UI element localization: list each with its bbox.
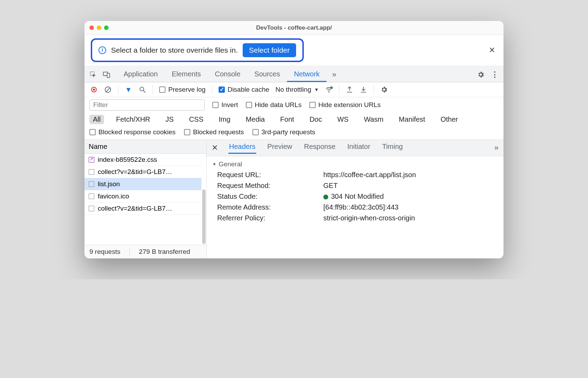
network-settings-icon[interactable] [380,86,388,93]
request-list-header[interactable]: Name [84,140,206,154]
kv-key: Remote Address: [217,203,318,211]
general-kv-list: Request URL:https://coffee-cart.app/list… [212,169,498,224]
infobar-message: Select a folder to store override files … [111,46,238,54]
settings-icon[interactable] [477,71,485,78]
detail-tab-timing[interactable]: Timing [381,142,403,154]
type-img[interactable]: Img [215,115,234,124]
more-tabs-icon[interactable]: » [332,70,336,79]
inspect-icons [89,71,110,78]
scrollbar-thumb[interactable] [202,189,206,244]
hide-data-urls-checkbox[interactable]: Hide data URLs [246,101,302,109]
tab-application[interactable]: Application [117,67,165,82]
general-section-label: General [219,160,242,168]
inspect-element-icon[interactable] [89,71,97,78]
select-folder-button[interactable]: Select folder [243,43,296,57]
devtools-window: DevTools - coffee-cart.app/ i Select a f… [84,21,504,258]
kv-key: Referrer Policy: [217,214,318,222]
svg-point-3 [140,87,144,91]
resource-type-row: All Fetch/XHRJSCSSImgMediaFontDocWSWasmM… [84,113,504,126]
tab-network[interactable]: Network [287,67,326,82]
status-request-count: 9 requests [89,248,120,256]
css-file-icon [89,157,94,162]
chevron-down-icon: ▼ [212,162,216,167]
more-detail-tabs-icon[interactable]: » [494,143,499,152]
preserve-log-label: Preserve log [168,86,206,93]
blocked-filters-row: Blocked response cookies Blocked request… [84,126,504,140]
tab-sources[interactable]: Sources [248,67,287,82]
request-row[interactable]: collect?v=2&tid=G-LB7… [84,203,201,215]
kebab-menu-icon[interactable]: ⋮ [491,71,499,78]
type-doc[interactable]: Doc [306,115,325,124]
type-media[interactable]: Media [242,115,268,124]
svg-point-5 [329,92,330,93]
titlebar: DevTools - coffee-cart.app/ [84,21,504,35]
preserve-log-checkbox[interactable]: Preserve log [159,86,206,93]
record-icon[interactable] [90,86,98,93]
invert-checkbox[interactable]: Invert [212,101,238,109]
clear-icon[interactable] [104,86,112,93]
kv-key: Request Method: [217,182,318,190]
type-css[interactable]: CSS [185,115,207,124]
kv-row: Request Method:GET [212,180,498,191]
type-ws[interactable]: WS [334,115,352,124]
type-fetchxhr[interactable]: Fetch/XHR [112,115,154,124]
type-other[interactable]: Other [437,115,462,124]
throttling-select[interactable]: No throttling ▼ [275,86,319,93]
hide-extension-urls-label: Hide extension URLs [318,101,381,109]
detail-tab-initiator[interactable]: Initiator [347,142,371,154]
general-section-toggle[interactable]: ▼ General [212,159,498,169]
kv-key: Status Code: [217,192,318,201]
request-name: favicon.ico [98,192,129,200]
kv-value: [64:ff9b::4b02:3c05]:443 [323,203,498,211]
status-dot-icon [323,195,328,199]
filter-bar: Invert Hide data URLs Hide extension URL… [84,97,504,113]
tab-elements[interactable]: Elements [165,67,208,82]
tab-console[interactable]: Console [208,67,247,82]
blocked-cookies-checkbox[interactable]: Blocked response cookies [89,128,176,136]
request-row[interactable]: index-b859522e.css [84,154,201,166]
kv-row: Request URL:https://coffee-cart.app/list… [212,169,498,180]
status-transferred: 279 B transferred [139,248,190,256]
detail-tab-headers[interactable]: Headers [228,142,256,154]
network-conditions-icon[interactable] [325,86,333,93]
kv-value: strict-origin-when-cross-origin [323,214,498,222]
request-row[interactable]: list.json [84,178,201,190]
network-content: Name index-b859522e.csscollect?v=2&tid=G… [84,140,504,258]
request-name: index-b859522e.css [98,156,157,164]
disable-cache-checkbox[interactable]: Disable cache [219,86,269,93]
request-list-pane: Name index-b859522e.csscollect?v=2&tid=G… [84,140,207,258]
detail-close-icon[interactable]: ✕ [212,143,218,152]
type-all[interactable]: All [89,115,104,124]
request-name: list.json [98,180,120,188]
kv-row: Remote Address:[64:ff9b::4b02:3c05]:443 [212,202,498,213]
type-font[interactable]: Font [277,115,297,124]
svg-rect-2 [107,73,110,77]
filter-icon[interactable]: ▼ [125,86,132,93]
detail-tab-preview[interactable]: Preview [267,142,293,154]
type-wasm[interactable]: Wasm [360,115,387,124]
info-icon: i [98,46,106,54]
invert-label: Invert [221,101,238,109]
type-manifest[interactable]: Manifest [395,115,429,124]
request-row[interactable]: collect?v=2&tid=G-LB7… [84,166,201,178]
import-har-icon[interactable] [360,86,367,93]
hide-data-urls-label: Hide data URLs [255,101,302,109]
doc-file-icon [89,169,94,175]
request-list: index-b859522e.csscollect?v=2&tid=G-LB7…… [84,154,201,245]
blocked-requests-checkbox[interactable]: Blocked requests [184,128,244,136]
window-title: DevTools - coffee-cart.app/ [84,24,504,31]
search-icon[interactable] [139,86,146,93]
kv-row: Referrer Policy:strict-origin-when-cross… [212,213,498,224]
type-js[interactable]: JS [162,115,177,124]
device-toolbar-icon[interactable] [103,71,110,78]
filter-input[interactable] [89,99,205,111]
infobar-close-icon[interactable]: ✕ [487,44,497,57]
detail-tab-response[interactable]: Response [303,142,336,154]
hide-extension-urls-checkbox[interactable]: Hide extension URLs [309,101,381,109]
export-har-icon[interactable] [346,86,353,93]
thirdparty-checkbox[interactable]: 3rd-party requests [252,128,315,136]
kv-row: Status Code:304 Not Modified [212,191,498,202]
request-row[interactable]: favicon.ico [84,190,201,203]
detail-tabs: ✕ HeadersPreviewResponseInitiatorTiming … [207,140,504,156]
kv-value: 304 Not Modified [323,192,498,201]
